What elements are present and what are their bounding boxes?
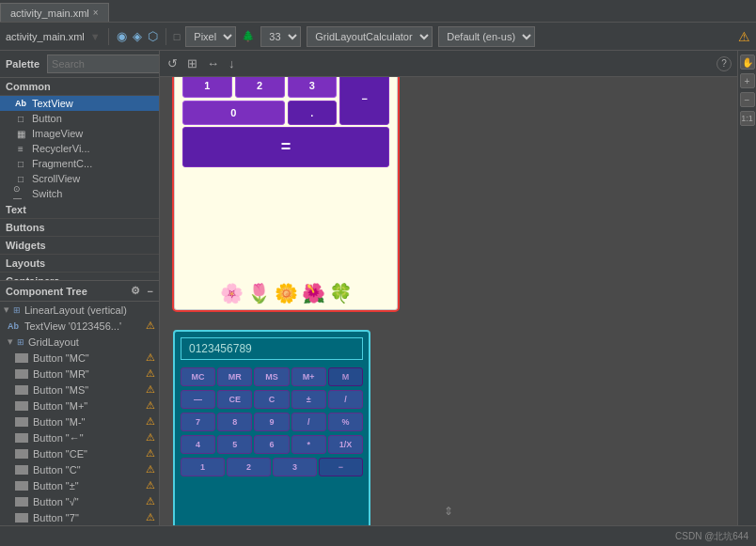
palette-item-scrollview-label: ScrollView bbox=[32, 173, 80, 184]
dark-memory-row: MC MR MS M+ M bbox=[175, 366, 369, 388]
palette-category-layouts[interactable]: Layouts bbox=[0, 255, 159, 273]
dark-btn-2[interactable]: 2 bbox=[227, 458, 271, 476]
dark-btn-minus[interactable]: − bbox=[319, 458, 363, 476]
right-btn-plus[interactable]: + bbox=[740, 73, 755, 88]
palette-category-buttons[interactable]: Buttons bbox=[0, 219, 159, 237]
close-tab-icon[interactable]: × bbox=[93, 8, 99, 18]
tab-row: activity_main.xml × bbox=[0, 0, 756, 23]
toolbar-icon-3[interactable]: ⬡ bbox=[148, 29, 158, 43]
component-tree-minus-icon[interactable]: − bbox=[148, 286, 153, 297]
layout-select[interactable]: GridLayoutCalculator bbox=[307, 26, 433, 47]
calc-display-dark-value: 0123456789 bbox=[189, 342, 252, 355]
right-btn-ratio[interactable]: 1:1 bbox=[740, 111, 755, 126]
canvas-container: ↺ ⊞ ↔ ↓ ? 0123456789 MC MR MS M+ bbox=[160, 51, 737, 525]
help-button[interactable]: ? bbox=[717, 56, 732, 71]
dark-btn-div[interactable]: / bbox=[291, 413, 326, 431]
calc-display-dark: 0123456789 bbox=[181, 337, 363, 360]
dark-btn-ce[interactable]: CE bbox=[217, 390, 252, 409]
tree-btn-c[interactable]: Button "C" ⚠ bbox=[0, 461, 159, 477]
tree-btn-pm[interactable]: Button "±" ⚠ bbox=[0, 477, 159, 493]
dark-btn-mplus[interactable]: M+ bbox=[291, 367, 326, 386]
tree-label-btn-mc: Button "MC" bbox=[33, 352, 89, 364]
palette-items-common: Ab TextView □ Button ▦ ImageView ≡ Recyc… bbox=[0, 96, 159, 201]
warn-icon-mr: ⚠ bbox=[146, 367, 155, 380]
calc-btn-eq[interactable]: = bbox=[182, 127, 389, 167]
refresh-button[interactable]: ↺ bbox=[165, 55, 180, 72]
tree-icon-btn-ce bbox=[15, 449, 28, 459]
component-tree-section: Component Tree ⚙ − ▾ ⊞ LinearLayout (ver… bbox=[0, 281, 159, 525]
tree-btn-ms[interactable]: Button "MS" ⚠ bbox=[0, 382, 159, 398]
palette-search-input[interactable] bbox=[47, 55, 159, 73]
toolbar-icon-1[interactable]: ◉ bbox=[117, 29, 127, 43]
warn-icon-7: ⚠ bbox=[146, 511, 155, 523]
dark-btn-4[interactable]: 4 bbox=[181, 435, 215, 454]
tree-icon-btn-back bbox=[15, 433, 28, 443]
dark-btn-back[interactable]: — bbox=[181, 390, 215, 409]
tree-btn-mminus[interactable]: Button "M-" ⚠ bbox=[0, 413, 159, 429]
dark-btn-8[interactable]: 8 bbox=[217, 413, 252, 431]
tree-icon-btn-7 bbox=[15, 513, 28, 523]
zoom-select[interactable]: 33 bbox=[260, 26, 301, 47]
palette-section: Palette − Common Ab TextView □ Button bbox=[0, 51, 159, 281]
palette-item-switch[interactable]: ⊙— Switch bbox=[0, 186, 159, 201]
dark-btn-3[interactable]: 3 bbox=[273, 458, 317, 476]
tree-linearlayout[interactable]: ▾ ⊞ LinearLayout (vertical) bbox=[0, 302, 159, 318]
theme-select[interactable]: Default (en-us) bbox=[438, 26, 535, 47]
component-tree-gear-icon[interactable]: ⚙ bbox=[131, 285, 140, 297]
palette-item-imageview[interactable]: ▦ ImageView bbox=[0, 126, 159, 141]
right-panel: ✋ + − 1:1 bbox=[737, 51, 756, 525]
dark-btn-6[interactable]: 6 bbox=[254, 435, 289, 454]
tree-gridlayout[interactable]: ▾ ⊞ GridLayout bbox=[0, 334, 159, 350]
dark-btn-mminus[interactable]: M bbox=[328, 367, 363, 386]
dark-btn-ms[interactable]: MS bbox=[254, 367, 289, 386]
tree-btn-7[interactable]: Button "7" ⚠ bbox=[0, 509, 159, 525]
calc-btn-dot[interactable]: . bbox=[288, 101, 338, 125]
toggle-panels-button[interactable]: ⊞ bbox=[185, 55, 199, 72]
pixel-select[interactable]: Pixel bbox=[185, 26, 236, 47]
palette-category-text[interactable]: Text bbox=[0, 201, 159, 219]
dark-btn-pct[interactable]: % bbox=[328, 413, 363, 431]
file-tab[interactable]: activity_main.xml × bbox=[0, 3, 109, 22]
dark-btn-pm[interactable]: ± bbox=[291, 390, 326, 409]
palette-item-recyclerview[interactable]: ≡ RecyclerVi... bbox=[0, 141, 159, 156]
dark-btn-1[interactable]: 1 bbox=[181, 458, 225, 476]
warn-icon-sqrt: ⚠ bbox=[146, 495, 155, 507]
dark-btn-inv[interactable]: 1/X bbox=[328, 435, 363, 454]
right-btn-minus[interactable]: − bbox=[740, 92, 755, 107]
dark-btn-5[interactable]: 5 bbox=[217, 435, 252, 454]
palette-title: Palette bbox=[6, 58, 39, 70]
palette-item-button[interactable]: □ Button bbox=[0, 111, 159, 126]
dark-row3: 4 5 6 * 1/X bbox=[175, 433, 369, 456]
calc-btn-1[interactable]: 1 bbox=[182, 77, 232, 98]
dark-btn-c[interactable]: C bbox=[254, 390, 289, 409]
dark-btn-mc[interactable]: MC bbox=[181, 367, 215, 386]
dark-btn-mr[interactable]: MR bbox=[217, 367, 252, 386]
calc-btn-3[interactable]: 3 bbox=[288, 77, 338, 98]
palette-item-fragmentc[interactable]: □ FragmentC... bbox=[0, 156, 159, 171]
dark-btn-7[interactable]: 7 bbox=[181, 413, 215, 431]
fragmentc-icon: □ bbox=[13, 158, 28, 169]
palette-category-widgets[interactable]: Widgets bbox=[0, 237, 159, 255]
horiz-button[interactable]: ↔ bbox=[205, 55, 221, 72]
tree-btn-back[interactable]: Button "←" ⚠ bbox=[0, 429, 159, 445]
calc-btn-minus[interactable]: − bbox=[339, 77, 389, 125]
tree-btn-mc[interactable]: Button "MC" ⚠ bbox=[0, 350, 159, 366]
tree-btn-mplus[interactable]: Button "M+" ⚠ bbox=[0, 398, 159, 413]
dark-btn-sqrt[interactable]: / bbox=[328, 390, 363, 409]
tree-icon-btn-ms bbox=[15, 385, 28, 395]
toolbar-icon-2[interactable]: ◈ bbox=[133, 29, 142, 43]
dark-btn-9[interactable]: 9 bbox=[254, 413, 289, 431]
right-btn-hand[interactable]: ✋ bbox=[740, 55, 755, 70]
palette-item-textview[interactable]: Ab TextView bbox=[0, 96, 159, 111]
palette-category-containers[interactable]: Containers bbox=[0, 273, 159, 280]
component-tree-body: ▾ ⊞ LinearLayout (vertical) Ab TextView … bbox=[0, 302, 159, 525]
tree-btn-ce[interactable]: Button "CE" ⚠ bbox=[0, 445, 159, 461]
tree-btn-mr[interactable]: Button "MR" ⚠ bbox=[0, 366, 159, 382]
dark-btn-mul[interactable]: * bbox=[291, 435, 326, 454]
palette-category-common[interactable]: Common bbox=[0, 78, 159, 96]
down-button[interactable]: ↓ bbox=[227, 55, 237, 72]
tree-textview[interactable]: Ab TextView '0123456...' ⚠ bbox=[0, 318, 159, 334]
calc-btn-2[interactable]: 2 bbox=[235, 77, 285, 98]
calc-btn-0[interactable]: 0 bbox=[182, 101, 285, 125]
tree-btn-sqrt[interactable]: Button "√" ⚠ bbox=[0, 493, 159, 509]
